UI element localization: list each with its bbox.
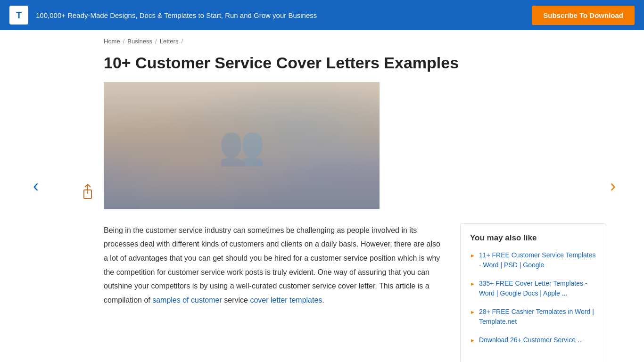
breadcrumb-sep-3: / (181, 38, 183, 45)
svg-rect-17 (198, 169, 226, 188)
svg-point-21 (284, 175, 296, 182)
sidebar-item-2: ► 335+ FREE Cover Letter Templates - Wor… (470, 279, 596, 298)
sidebar-link-4[interactable]: Download 26+ Customer Service ... (479, 335, 583, 345)
svg-rect-3 (104, 82, 380, 167)
main-text-block: Being in the customer service industry c… (104, 223, 446, 362)
svg-rect-19 (240, 172, 264, 188)
intro-period: . (322, 296, 324, 304)
svg-rect-2 (104, 82, 380, 209)
hero-image-container (104, 82, 380, 209)
svg-rect-16 (319, 166, 322, 189)
svg-point-14 (307, 139, 334, 167)
next-arrow[interactable]: › (610, 176, 616, 196)
samples-link[interactable]: samples of customer (152, 296, 222, 304)
hero-image (104, 82, 380, 209)
sidebar-arrow-2: ► (470, 280, 475, 288)
svg-rect-23 (297, 173, 316, 186)
banner-left: T 100,000+ Ready-Made Designs, Docs & Te… (9, 6, 317, 25)
sidebar-item-4: ► Download 26+ Customer Service ... (470, 335, 596, 345)
svg-rect-22 (284, 175, 296, 183)
svg-point-10 (207, 141, 226, 162)
sidebar-item-3: ► 28+ FREE Cashier Templates in Word | T… (470, 307, 596, 327)
svg-rect-7 (141, 174, 349, 188)
breadcrumb-sep-2: / (155, 38, 157, 45)
svg-rect-13 (250, 161, 269, 182)
intro-text-service: service (224, 296, 248, 304)
logo: T (9, 6, 28, 25)
svg-line-27 (306, 179, 317, 183)
prev-arrow[interactable]: ‹ (33, 176, 39, 196)
intro-paragraph: Being in the customer service industry c… (104, 223, 446, 307)
svg-rect-5 (104, 176, 380, 209)
svg-point-6 (141, 172, 349, 200)
svg-point-8 (169, 144, 190, 166)
breadcrumb-letters[interactable]: Letters (160, 38, 179, 45)
share-button[interactable] (80, 183, 95, 200)
sidebar-box: You may also like ► 11+ FREE Customer Se… (460, 223, 606, 362)
breadcrumb-home[interactable]: Home (104, 38, 120, 45)
intro-text-1: Being in the customer service industry c… (104, 226, 440, 304)
sidebar-link-3[interactable]: 28+ FREE Cashier Templates in Word | Tem… (479, 307, 596, 327)
sidebar-arrow-3: ► (470, 308, 475, 316)
page-title: 10+ Customer Service Cover Letters Examp… (104, 53, 616, 73)
hero-svg (104, 82, 380, 209)
sidebar-arrow-1: ► (470, 252, 475, 260)
cover-letter-link[interactable]: cover letter templates (250, 296, 322, 304)
top-banner: T 100,000+ Ready-Made Designs, Docs & Te… (0, 0, 644, 30)
sidebar-link-1[interactable]: 11+ FREE Customer Service Templates - Wo… (479, 250, 596, 270)
two-column-section: Being in the customer service industry c… (104, 223, 606, 362)
sidebar-title: You may also like (470, 233, 596, 243)
svg-rect-11 (207, 161, 226, 182)
svg-rect-18 (199, 170, 225, 186)
breadcrumb-sep-1: / (123, 38, 125, 45)
svg-rect-15 (306, 166, 335, 204)
svg-rect-20 (242, 173, 263, 186)
sidebar-link-2[interactable]: 335+ FREE Cover Letter Templates - Word … (479, 279, 596, 298)
svg-rect-9 (169, 165, 190, 188)
svg-rect-4 (104, 82, 380, 139)
banner-text: 100,000+ Ready-Made Designs, Docs & Temp… (36, 11, 317, 19)
share-icon (80, 183, 95, 200)
svg-point-12 (250, 141, 269, 162)
breadcrumb: Home / Business / Letters / (104, 30, 616, 49)
sidebar-arrow-4: ► (470, 337, 475, 345)
sidebar-item-1: ► 11+ FREE Customer Service Templates - … (470, 250, 596, 270)
main-layout: ‹ (28, 82, 616, 223)
breadcrumb-business[interactable]: Business (127, 38, 152, 45)
sidebar: You may also like ► 11+ FREE Customer Se… (460, 223, 606, 362)
subscribe-button[interactable]: Subscribe To Download (532, 6, 635, 25)
content-area: Home / Business / Letters / 10+ Customer… (0, 30, 644, 362)
